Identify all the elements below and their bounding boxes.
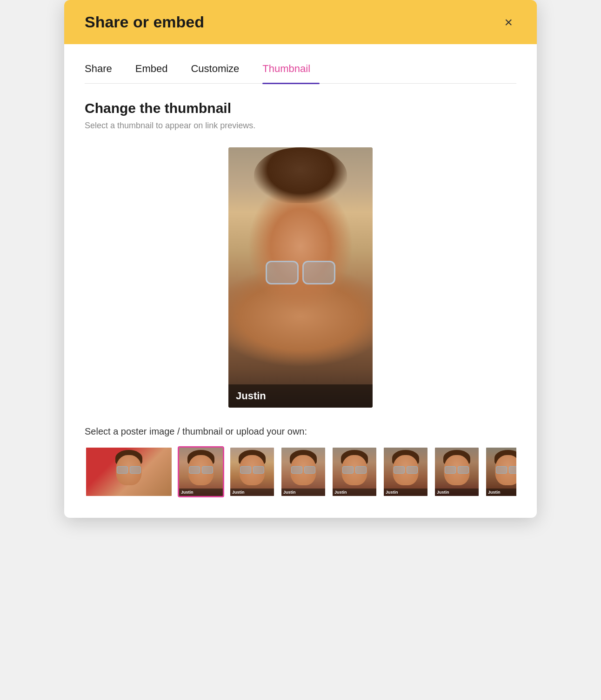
main-thumbnail-preview: Justin [85, 147, 516, 408]
thumbnail-item-3[interactable]: Justin [229, 446, 275, 497]
thumb-glasses-2 [188, 466, 214, 474]
thumb-image-5: Justin [333, 448, 376, 496]
tab-bar: Share Embed Customize Thumbnail [85, 63, 516, 84]
modal-container: Share or embed × Share Embed Customize T… [64, 0, 537, 518]
thumb-glasses-1 [116, 466, 142, 474]
thumbnail-person-label: Justin [228, 384, 373, 408]
thumb-glasses-6 [393, 466, 419, 474]
thumb-image-3: Justin [230, 448, 274, 496]
modal-title: Share or embed [85, 13, 204, 31]
hair-decoration [254, 147, 347, 203]
thumb-image-6: Justin [384, 448, 427, 496]
thumb-label-7: Justin [435, 489, 479, 496]
modal-header: Share or embed × [64, 0, 537, 44]
thumb-label-5: Justin [333, 489, 376, 496]
thumb-label-8: Justin [486, 489, 516, 496]
thumbnail-item-6[interactable]: Justin [382, 446, 429, 497]
thumbnail-item-1[interactable] [85, 446, 173, 497]
section-title: Change the thumbnail [85, 100, 516, 116]
thumb-image-2: Justin [179, 448, 223, 496]
tab-customize[interactable]: Customize [191, 63, 248, 83]
thumbnail-item-2[interactable]: Justin [178, 446, 224, 497]
thumb-label-2: Justin [179, 489, 223, 496]
thumb-label-4: Justin [281, 489, 325, 496]
section-subtitle: Select a thumbnail to appear on link pre… [85, 121, 516, 131]
thumb-glasses-7 [444, 466, 470, 474]
thumbnail-item-7[interactable]: Justin [434, 446, 480, 497]
poster-section-label: Select a poster image / thumbnail or upl… [85, 426, 516, 437]
thumb-image-8: Justin [486, 448, 516, 496]
thumb-glasses-8 [495, 466, 516, 474]
glasses-decoration [261, 261, 340, 284]
tab-embed[interactable]: Embed [135, 63, 177, 83]
thumb-glasses-3 [239, 466, 265, 474]
thumbnail-item-4[interactable]: Justin [280, 446, 327, 497]
thumb-label-6: Justin [384, 489, 427, 496]
thumb-glasses-5 [341, 466, 367, 474]
close-button[interactable]: × [501, 13, 516, 31]
thumb-glasses-4 [290, 466, 316, 474]
thumb-image-7: Justin [435, 448, 479, 496]
thumbnail-strip: Justin Justin [85, 446, 516, 499]
thumb-label-3: Justin [230, 489, 274, 496]
thumb-image-4: Justin [281, 448, 325, 496]
tab-thumbnail[interactable]: Thumbnail [262, 63, 320, 83]
thumbnail-item-5[interactable]: Justin [331, 446, 378, 497]
modal-body: Share Embed Customize Thumbnail Change t… [64, 44, 537, 518]
thumbnail-item-8[interactable]: Justin [485, 446, 516, 497]
main-thumbnail-image: Justin [228, 147, 373, 408]
thumb-image-1 [86, 448, 172, 496]
tab-share[interactable]: Share [85, 63, 121, 83]
